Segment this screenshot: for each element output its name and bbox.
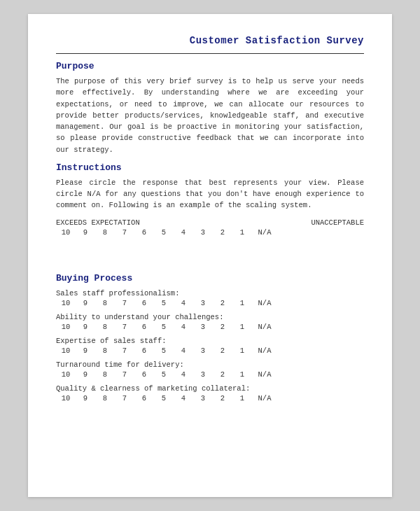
example-scale-numbers: 10987654321N/A [56, 228, 364, 237]
scale-left-label: EXCEEDS EXPECTATION [56, 218, 140, 227]
instructions-text: Please circle the response that best rep… [56, 177, 364, 211]
buying-process-section: Buying Process Sales staff professionali… [56, 273, 364, 402]
scale-row-4: 10987654321N/A [56, 394, 364, 402]
title-divider [56, 53, 364, 54]
page: Customer Satisfaction Survey Purpose The… [28, 14, 392, 497]
instructions-heading: Instructions [56, 162, 364, 173]
questions-list: Sales staff professionalism:10987654321N… [56, 289, 364, 402]
page-title: Customer Satisfaction Survey [56, 35, 364, 46]
scale-labels-row: EXCEEDS EXPECTATION UNACCEPTABLE [56, 218, 364, 227]
scale-right-label: UNACCEPTABLE [311, 218, 364, 227]
purpose-heading: Purpose [56, 61, 364, 71]
question-label-0: Sales staff professionalism: [56, 289, 364, 298]
scale-row-1: 10987654321N/A [56, 323, 364, 331]
question-label-3: Turnaround time for delivery: [56, 360, 364, 369]
question-label-2: Expertise of sales staff: [56, 337, 364, 345]
scale-row-3: 10987654321N/A [56, 370, 364, 379]
scale-row-0: 10987654321N/A [56, 299, 364, 307]
buying-process-heading: Buying Process [56, 273, 364, 284]
question-label-1: Ability to understand your challenges: [56, 313, 364, 321]
purpose-text: The purpose of this very brief survey is… [56, 76, 364, 155]
scale-row-2: 10987654321N/A [56, 346, 364, 355]
question-label-4: Quality & clearness of marketing collate… [56, 384, 364, 393]
